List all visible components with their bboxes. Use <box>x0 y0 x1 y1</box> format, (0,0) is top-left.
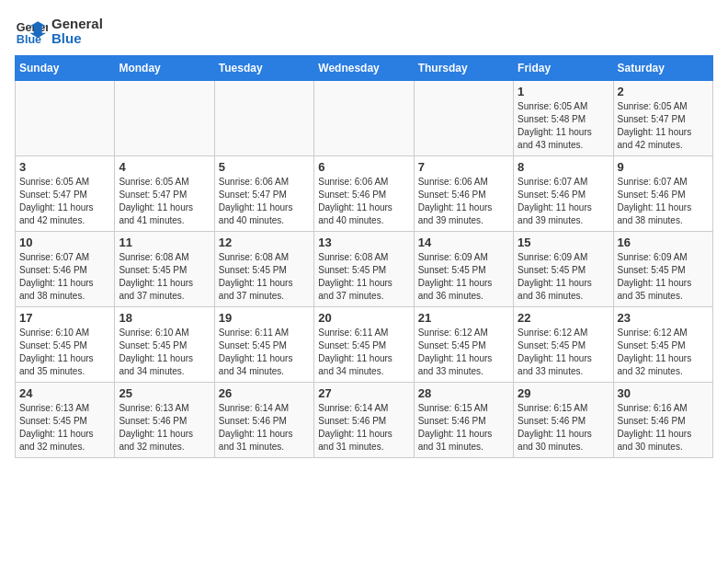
day-number: 9 <box>618 160 709 174</box>
header-friday: Friday <box>514 56 613 81</box>
calendar-cell: 9Sunrise: 6:07 AM Sunset: 5:46 PM Daylig… <box>613 156 712 232</box>
calendar-cell: 4Sunrise: 6:05 AM Sunset: 5:47 PM Daylig… <box>115 156 214 232</box>
day-number: 13 <box>318 236 409 249</box>
day-info: Sunrise: 6:12 AM Sunset: 5:45 PM Dayligh… <box>418 327 509 378</box>
day-info: Sunrise: 6:13 AM Sunset: 5:46 PM Dayligh… <box>119 402 210 454</box>
day-number: 15 <box>518 236 609 249</box>
calendar-week-row: 24Sunrise: 6:13 AM Sunset: 5:45 PM Dayli… <box>16 383 713 458</box>
day-info: Sunrise: 6:08 AM Sunset: 5:45 PM Dayligh… <box>219 251 310 303</box>
calendar-table: SundayMondayTuesdayWednesdayThursdayFrid… <box>15 55 713 458</box>
calendar-cell: 16Sunrise: 6:09 AM Sunset: 5:45 PM Dayli… <box>613 232 712 307</box>
calendar-week-row: 10Sunrise: 6:07 AM Sunset: 5:46 PM Dayli… <box>16 232 713 307</box>
calendar-cell: 5Sunrise: 6:06 AM Sunset: 5:47 PM Daylig… <box>214 156 313 232</box>
calendar-cell: 21Sunrise: 6:12 AM Sunset: 5:45 PM Dayli… <box>414 307 513 383</box>
calendar-cell: 20Sunrise: 6:11 AM Sunset: 5:45 PM Dayli… <box>314 307 414 383</box>
calendar-cell: 14Sunrise: 6:09 AM Sunset: 5:45 PM Dayli… <box>414 232 513 307</box>
calendar-cell: 15Sunrise: 6:09 AM Sunset: 5:45 PM Dayli… <box>514 232 613 307</box>
day-number: 22 <box>518 311 609 325</box>
logo-blue: Blue <box>51 31 103 47</box>
day-info: Sunrise: 6:12 AM Sunset: 5:45 PM Dayligh… <box>518 327 609 378</box>
day-info: Sunrise: 6:15 AM Sunset: 5:46 PM Dayligh… <box>518 402 609 454</box>
header-sunday: Sunday <box>16 56 115 81</box>
logo-icon: General Blue <box>15 15 48 48</box>
day-info: Sunrise: 6:09 AM Sunset: 5:45 PM Dayligh… <box>418 251 509 303</box>
day-number: 16 <box>618 236 709 249</box>
day-number: 21 <box>418 311 509 325</box>
day-number: 19 <box>219 311 310 325</box>
day-info: Sunrise: 6:07 AM Sunset: 5:46 PM Dayligh… <box>518 176 609 227</box>
day-number: 12 <box>219 236 310 249</box>
calendar-cell: 3Sunrise: 6:05 AM Sunset: 5:47 PM Daylig… <box>16 156 115 232</box>
day-number: 24 <box>19 386 110 400</box>
day-info: Sunrise: 6:06 AM Sunset: 5:47 PM Dayligh… <box>219 176 310 227</box>
day-number: 27 <box>318 386 409 400</box>
day-info: Sunrise: 6:08 AM Sunset: 5:45 PM Dayligh… <box>318 251 409 303</box>
calendar-cell <box>115 81 214 156</box>
calendar-cell: 13Sunrise: 6:08 AM Sunset: 5:45 PM Dayli… <box>314 232 414 307</box>
calendar-cell: 30Sunrise: 6:16 AM Sunset: 5:46 PM Dayli… <box>613 383 712 458</box>
calendar-cell: 17Sunrise: 6:10 AM Sunset: 5:45 PM Dayli… <box>16 307 115 383</box>
day-number: 11 <box>119 236 210 249</box>
header-saturday: Saturday <box>613 56 712 81</box>
day-info: Sunrise: 6:11 AM Sunset: 5:45 PM Dayligh… <box>318 327 409 378</box>
day-info: Sunrise: 6:12 AM Sunset: 5:45 PM Dayligh… <box>618 327 709 378</box>
day-number: 20 <box>318 311 409 325</box>
day-number: 4 <box>119 160 210 174</box>
calendar-cell: 25Sunrise: 6:13 AM Sunset: 5:46 PM Dayli… <box>115 383 214 458</box>
calendar-cell <box>314 81 414 156</box>
day-number: 25 <box>119 386 210 400</box>
day-number: 14 <box>418 236 509 249</box>
calendar-cell: 29Sunrise: 6:15 AM Sunset: 5:46 PM Dayli… <box>514 383 613 458</box>
day-info: Sunrise: 6:08 AM Sunset: 5:45 PM Dayligh… <box>119 251 210 303</box>
calendar-cell: 7Sunrise: 6:06 AM Sunset: 5:46 PM Daylig… <box>414 156 513 232</box>
header-tuesday: Tuesday <box>214 56 313 81</box>
day-number: 18 <box>119 311 210 325</box>
day-info: Sunrise: 6:10 AM Sunset: 5:45 PM Dayligh… <box>119 327 210 378</box>
calendar-cell: 12Sunrise: 6:08 AM Sunset: 5:45 PM Dayli… <box>214 232 313 307</box>
calendar-cell: 19Sunrise: 6:11 AM Sunset: 5:45 PM Dayli… <box>214 307 313 383</box>
calendar-cell: 28Sunrise: 6:15 AM Sunset: 5:46 PM Dayli… <box>414 383 513 458</box>
day-info: Sunrise: 6:10 AM Sunset: 5:45 PM Dayligh… <box>19 327 110 378</box>
weekday-header-row: SundayMondayTuesdayWednesdayThursdayFrid… <box>16 56 713 81</box>
day-info: Sunrise: 6:16 AM Sunset: 5:46 PM Dayligh… <box>618 402 709 454</box>
day-info: Sunrise: 6:15 AM Sunset: 5:46 PM Dayligh… <box>418 402 509 454</box>
calendar-cell <box>414 81 513 156</box>
header-monday: Monday <box>115 56 214 81</box>
day-number: 17 <box>19 311 110 325</box>
day-info: Sunrise: 6:13 AM Sunset: 5:45 PM Dayligh… <box>19 402 110 454</box>
day-info: Sunrise: 6:14 AM Sunset: 5:46 PM Dayligh… <box>219 402 310 454</box>
calendar-cell: 11Sunrise: 6:08 AM Sunset: 5:45 PM Dayli… <box>115 232 214 307</box>
day-number: 5 <box>219 160 310 174</box>
logo: General Blue General Blue <box>15 15 103 48</box>
day-number: 1 <box>518 85 609 98</box>
calendar-cell <box>214 81 313 156</box>
day-number: 8 <box>518 160 609 174</box>
header-wednesday: Wednesday <box>314 56 414 81</box>
day-number: 28 <box>418 386 509 400</box>
day-info: Sunrise: 6:09 AM Sunset: 5:45 PM Dayligh… <box>518 251 609 303</box>
calendar-cell: 26Sunrise: 6:14 AM Sunset: 5:46 PM Dayli… <box>214 383 313 458</box>
day-info: Sunrise: 6:06 AM Sunset: 5:46 PM Dayligh… <box>318 176 409 227</box>
calendar-week-row: 1Sunrise: 6:05 AM Sunset: 5:48 PM Daylig… <box>16 81 713 156</box>
day-info: Sunrise: 6:05 AM Sunset: 5:47 PM Dayligh… <box>119 176 210 227</box>
page-header: General Blue General Blue <box>15 15 713 48</box>
calendar-cell: 24Sunrise: 6:13 AM Sunset: 5:45 PM Dayli… <box>16 383 115 458</box>
day-info: Sunrise: 6:05 AM Sunset: 5:47 PM Dayligh… <box>618 100 709 152</box>
day-number: 2 <box>618 85 709 98</box>
day-info: Sunrise: 6:06 AM Sunset: 5:46 PM Dayligh… <box>418 176 509 227</box>
day-info: Sunrise: 6:07 AM Sunset: 5:46 PM Dayligh… <box>19 251 110 303</box>
day-info: Sunrise: 6:09 AM Sunset: 5:45 PM Dayligh… <box>618 251 709 303</box>
day-number: 7 <box>418 160 509 174</box>
calendar-week-row: 17Sunrise: 6:10 AM Sunset: 5:45 PM Dayli… <box>16 307 713 383</box>
day-number: 26 <box>219 386 310 400</box>
calendar-cell: 10Sunrise: 6:07 AM Sunset: 5:46 PM Dayli… <box>16 232 115 307</box>
calendar-cell: 27Sunrise: 6:14 AM Sunset: 5:46 PM Dayli… <box>314 383 414 458</box>
day-number: 29 <box>518 386 609 400</box>
calendar-cell: 2Sunrise: 6:05 AM Sunset: 5:47 PM Daylig… <box>613 81 712 156</box>
calendar-cell: 22Sunrise: 6:12 AM Sunset: 5:45 PM Dayli… <box>514 307 613 383</box>
day-info: Sunrise: 6:05 AM Sunset: 5:48 PM Dayligh… <box>518 100 609 152</box>
day-info: Sunrise: 6:07 AM Sunset: 5:46 PM Dayligh… <box>618 176 709 227</box>
day-number: 3 <box>19 160 110 174</box>
calendar-cell: 18Sunrise: 6:10 AM Sunset: 5:45 PM Dayli… <box>115 307 214 383</box>
day-number: 30 <box>618 386 709 400</box>
